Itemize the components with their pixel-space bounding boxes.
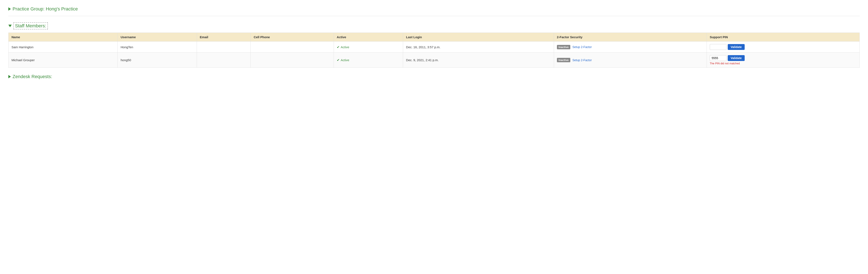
practice-group-header[interactable]: Practice Group: Hong's Practice xyxy=(8,6,860,12)
zendesk-toggle-icon[interactable] xyxy=(8,75,11,78)
checkmark-icon: ✔ xyxy=(337,45,340,49)
inactive-badge: Inactive xyxy=(557,45,570,49)
staff-members-table: Name Username Email Cell Phone Active La… xyxy=(8,33,860,68)
inactive-badge: Inactive xyxy=(557,58,570,62)
checkmark-icon: ✔ xyxy=(337,58,340,62)
table-row: Michael Grouperhong50✔ActiveDec. 9, 2021… xyxy=(8,53,860,68)
cell-2factor: Inactive Setup 2-Factor xyxy=(554,41,707,53)
cell-last-login: Dec. 16, 2011, 3:57 p.m. xyxy=(403,41,554,53)
cell-username: hong50 xyxy=(118,53,197,68)
cell-last-login: Dec. 9, 2021, 2:41 p.m. xyxy=(403,53,554,68)
pin-input[interactable] xyxy=(710,55,726,61)
active-label: Active xyxy=(341,58,349,62)
col-header-username: Username xyxy=(118,33,197,41)
validate-button[interactable]: Validate xyxy=(728,44,745,50)
cell-name: Sam Harrington xyxy=(8,41,118,53)
cell-email xyxy=(197,41,251,53)
zendesk-title: Zendesk Requests: xyxy=(12,74,52,79)
col-header-last-login: Last Login xyxy=(403,33,554,41)
cell-phone xyxy=(251,41,334,53)
setup-2factor-link[interactable]: Setup 2-Factor xyxy=(572,59,592,62)
cell-support-pin: Validate xyxy=(707,41,860,53)
pin-input[interactable] xyxy=(710,44,726,50)
table-header-row: Name Username Email Cell Phone Active La… xyxy=(8,33,860,41)
divider-1 xyxy=(8,16,860,16)
cell-support-pin: Validate The PIN did not matched xyxy=(707,53,860,68)
col-header-cell-phone: Cell Phone xyxy=(251,33,334,41)
zendesk-header[interactable]: Zendesk Requests: xyxy=(8,74,860,79)
staff-members-toggle-icon[interactable] xyxy=(8,25,12,27)
pin-error-message: The PIN did not matched xyxy=(710,62,857,65)
cell-active: ✔Active xyxy=(334,41,403,53)
practice-group-toggle-icon[interactable] xyxy=(8,7,11,11)
cell-name: Michael Grouper xyxy=(8,53,118,68)
active-label: Active xyxy=(341,45,349,49)
cell-active: ✔Active xyxy=(334,53,403,68)
cell-username: HongTen xyxy=(118,41,197,53)
staff-members-header[interactable]: Staff Members: xyxy=(8,22,860,29)
setup-2factor-link[interactable]: Setup 2-Factor xyxy=(572,45,592,49)
col-header-name: Name xyxy=(8,33,118,41)
practice-group-title: Practice Group: Hong's Practice xyxy=(12,6,78,12)
staff-members-title: Staff Members: xyxy=(13,22,48,29)
col-header-active: Active xyxy=(334,33,403,41)
practice-group-section: Practice Group: Hong's Practice xyxy=(8,6,860,12)
col-header-support-pin: Support PIN xyxy=(707,33,860,41)
cell-2factor: Inactive Setup 2-Factor xyxy=(554,53,707,68)
table-row: Sam HarringtonHongTen✔ActiveDec. 16, 201… xyxy=(8,41,860,53)
col-header-2factor: 2-Factor Security xyxy=(554,33,707,41)
col-header-email: Email xyxy=(197,33,251,41)
cell-phone xyxy=(251,53,334,68)
validate-button[interactable]: Validate xyxy=(728,55,745,61)
cell-email xyxy=(197,53,251,68)
zendesk-section: Zendesk Requests: xyxy=(8,74,860,79)
